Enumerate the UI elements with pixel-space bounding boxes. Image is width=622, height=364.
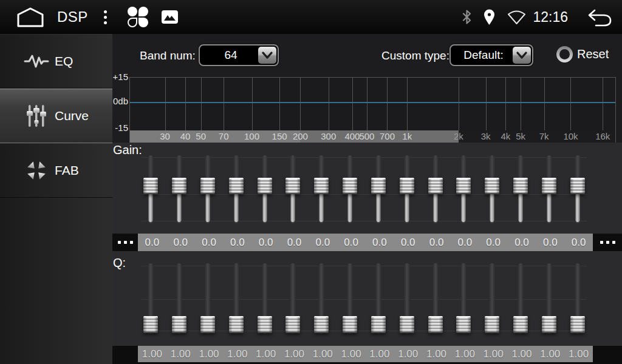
slider-knob[interactable] xyxy=(400,316,414,333)
reset-button[interactable]: Reset xyxy=(556,46,609,62)
slider-knob[interactable] xyxy=(428,316,443,333)
gain-band-slider[interactable] xyxy=(279,155,307,223)
gain-band-slider[interactable] xyxy=(364,155,393,223)
gain-value: 0.0 xyxy=(366,234,394,251)
q-band-slider[interactable] xyxy=(421,263,449,334)
slider-knob[interactable] xyxy=(258,316,272,333)
band-num-dropdown[interactable]: 64 xyxy=(199,44,279,66)
gain-value: 0.0 xyxy=(166,234,195,251)
q-band-slider[interactable] xyxy=(364,263,393,334)
q-band-slider[interactable] xyxy=(478,263,507,334)
slider-knob[interactable] xyxy=(513,316,528,333)
slider-knob[interactable] xyxy=(513,178,528,194)
gallery-icon[interactable] xyxy=(162,10,178,24)
q-value: 1.00 xyxy=(251,346,280,362)
slider-knob[interactable] xyxy=(456,316,471,333)
grid-line xyxy=(486,78,487,130)
freq-tick-label: 4k xyxy=(501,130,511,143)
freq-tick-label: 500 xyxy=(359,130,374,143)
slider-knob[interactable] xyxy=(456,178,471,194)
gain-sliders xyxy=(137,155,592,223)
slider-knob[interactable] xyxy=(172,178,186,194)
gain-band-slider[interactable] xyxy=(137,155,165,223)
slider-knob[interactable] xyxy=(542,316,556,333)
sidebar-item-eq[interactable]: EQ xyxy=(0,34,112,89)
chevron-down-icon[interactable] xyxy=(258,47,276,64)
slider-knob[interactable] xyxy=(485,178,499,194)
y-axis-tick: +15 xyxy=(112,72,128,82)
q-value: 1.00 xyxy=(138,346,166,362)
q-band-slider[interactable] xyxy=(535,263,563,334)
grid-line xyxy=(544,78,545,130)
slider-knob[interactable] xyxy=(143,316,158,333)
q-band-slider[interactable] xyxy=(279,263,307,334)
gain-band-slider[interactable] xyxy=(421,155,449,223)
slider-knob[interactable] xyxy=(570,178,585,194)
more-bands-right-button[interactable] xyxy=(593,234,622,251)
gain-band-slider[interactable] xyxy=(307,155,336,223)
slider-knob[interactable] xyxy=(258,178,272,194)
slider-knob[interactable] xyxy=(485,316,499,333)
gain-band-slider[interactable] xyxy=(478,155,507,223)
slider-knob[interactable] xyxy=(428,178,443,194)
gain-band-slider[interactable] xyxy=(336,155,364,223)
q-band-slider[interactable] xyxy=(449,263,478,334)
q-value: 1.00 xyxy=(223,346,251,362)
apps-clover-icon[interactable] xyxy=(128,7,148,27)
gain-band-slider[interactable] xyxy=(165,155,194,223)
slider-knob[interactable] xyxy=(143,178,158,194)
slider-knob[interactable] xyxy=(200,178,215,194)
y-axis-tick: -15 xyxy=(112,123,128,133)
q-band-slider[interactable] xyxy=(507,263,535,334)
sidebar-item-curve[interactable]: Curve xyxy=(0,89,112,143)
slider-knob[interactable] xyxy=(285,178,300,194)
back-icon[interactable] xyxy=(587,8,612,27)
wifi-icon[interactable] xyxy=(507,10,527,25)
chart-plot-area[interactable]: 304050701001502003004005007001k2k3k4k5k7… xyxy=(129,77,616,143)
location-icon[interactable] xyxy=(483,9,496,25)
q-band-slider[interactable] xyxy=(194,263,222,334)
q-band-slider[interactable] xyxy=(336,263,364,334)
slider-knob[interactable] xyxy=(172,316,186,333)
slider-knob[interactable] xyxy=(371,316,386,333)
gain-band-slider[interactable] xyxy=(222,155,250,223)
q-band-slider[interactable] xyxy=(137,263,165,334)
gain-band-slider[interactable] xyxy=(535,155,563,223)
overflow-menu-icon[interactable] xyxy=(101,8,109,27)
grid-line xyxy=(387,78,388,130)
gain-band-slider[interactable] xyxy=(250,155,279,223)
q-band-slider[interactable] xyxy=(307,263,336,334)
slider-knob[interactable] xyxy=(229,316,244,333)
freq-tick-label: 3k xyxy=(481,130,491,143)
q-band-slider[interactable] xyxy=(392,263,421,334)
q-band-slider[interactable] xyxy=(250,263,279,334)
slider-knob[interactable] xyxy=(200,316,215,333)
reset-radio-icon[interactable] xyxy=(556,46,573,62)
sidebar-item-fab[interactable]: FAB xyxy=(0,143,112,198)
gain-band-slider[interactable] xyxy=(507,155,535,223)
chevron-down-icon[interactable] xyxy=(513,47,531,64)
custom-type-dropdown[interactable]: Default: xyxy=(449,44,533,66)
gain-band-slider[interactable] xyxy=(194,155,222,223)
gain-value: 0.0 xyxy=(422,234,451,251)
slider-knob[interactable] xyxy=(400,178,414,194)
slider-knob[interactable] xyxy=(542,178,556,194)
slider-knob[interactable] xyxy=(229,178,244,194)
home-icon[interactable] xyxy=(16,7,45,28)
slider-knob[interactable] xyxy=(343,316,357,333)
slider-knob[interactable] xyxy=(314,178,329,194)
slider-knob[interactable] xyxy=(371,178,386,194)
q-band-slider[interactable] xyxy=(563,263,592,334)
slider-knob[interactable] xyxy=(343,178,357,194)
q-band-slider[interactable] xyxy=(165,263,194,334)
gain-band-slider[interactable] xyxy=(563,155,592,223)
gain-band-slider[interactable] xyxy=(449,155,478,223)
slider-knob[interactable] xyxy=(570,316,585,333)
slider-knob[interactable] xyxy=(285,316,300,333)
bluetooth-icon[interactable] xyxy=(462,9,472,25)
slider-knob[interactable] xyxy=(314,316,329,333)
grid-line xyxy=(279,78,280,130)
q-band-slider[interactable] xyxy=(222,263,250,334)
gain-band-slider[interactable] xyxy=(392,155,421,223)
more-bands-left-button[interactable] xyxy=(112,234,138,251)
